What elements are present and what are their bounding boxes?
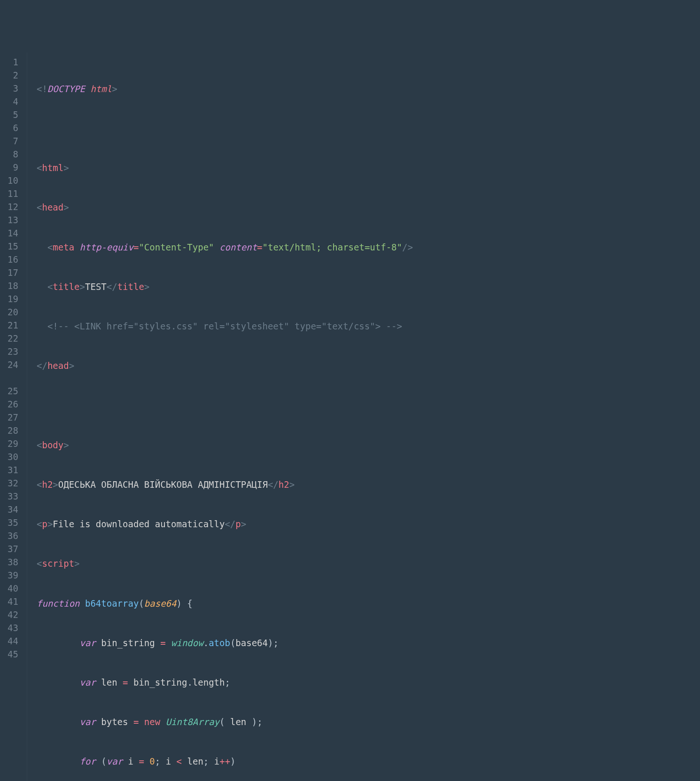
code-line: <head> bbox=[37, 201, 700, 214]
code-line: <!DOCTYPE html> bbox=[37, 82, 700, 95]
line-number: 12 bbox=[5, 200, 18, 213]
line-number: 5 bbox=[5, 108, 18, 121]
line-number: 45 bbox=[5, 648, 18, 661]
code-line bbox=[37, 122, 700, 135]
code-line: var len = bin_string.length; bbox=[37, 676, 700, 689]
code-line: for (var i = 0; i < len; i++) bbox=[37, 755, 700, 768]
line-number: 25 bbox=[5, 384, 18, 398]
code-line: <meta http-equiv="Content-Type" content=… bbox=[37, 241, 700, 254]
code-line: <!-- <LINK href="styles.css" rel="styles… bbox=[37, 320, 700, 333]
line-number: 39 bbox=[5, 569, 18, 582]
code-line: <h2>ОДЕСЬКА ОБЛАСНА ВІЙСЬКОВА АДМІНІСТРА… bbox=[37, 478, 700, 491]
line-number: 44 bbox=[5, 634, 18, 648]
code-content[interactable]: <!DOCTYPE html> <html> <head> <meta http… bbox=[27, 53, 700, 781]
code-line: var bin_string = window.atob(base64); bbox=[37, 636, 700, 649]
line-number: 38 bbox=[5, 555, 18, 569]
line-number: 26 bbox=[5, 398, 18, 411]
line-number: 11 bbox=[5, 187, 18, 200]
line-number: 34 bbox=[5, 503, 18, 516]
line-number: 3 bbox=[5, 82, 18, 95]
code-line: </head> bbox=[37, 359, 700, 372]
line-number: 33 bbox=[5, 490, 18, 503]
line-number: 23 bbox=[5, 345, 18, 358]
line-number: 35 bbox=[5, 516, 18, 529]
line-number: 2 bbox=[5, 69, 18, 82]
line-number: 22 bbox=[5, 332, 18, 345]
line-number: 43 bbox=[5, 621, 18, 634]
code-line: <html> bbox=[37, 161, 700, 174]
line-number: 28 bbox=[5, 424, 18, 437]
line-number: 6 bbox=[5, 121, 18, 134]
code-line: var bytes = new Uint8Array( len ); bbox=[37, 715, 700, 728]
line-number: 13 bbox=[5, 213, 18, 226]
line-number-gutter: 1234567891011121314151617181920212223242… bbox=[0, 53, 27, 781]
code-editor[interactable]: 1234567891011121314151617181920212223242… bbox=[0, 53, 700, 781]
line-number: 7 bbox=[5, 134, 18, 148]
line-number: 40 bbox=[5, 582, 18, 595]
line-number: 21 bbox=[5, 319, 18, 332]
line-number: 8 bbox=[5, 148, 18, 161]
line-number: 37 bbox=[5, 542, 18, 555]
code-line: <title>TEST</title> bbox=[37, 280, 700, 293]
code-line: <body> bbox=[37, 438, 700, 452]
line-number: 19 bbox=[5, 292, 18, 305]
line-number: 29 bbox=[5, 437, 18, 450]
line-number: 24 bbox=[5, 358, 18, 384]
line-number: 4 bbox=[5, 95, 18, 108]
code-line: <script> bbox=[37, 557, 700, 570]
line-number: 15 bbox=[5, 240, 18, 253]
line-number: 31 bbox=[5, 463, 18, 476]
line-number: 18 bbox=[5, 279, 18, 292]
line-number: 27 bbox=[5, 411, 18, 424]
line-number: 1 bbox=[5, 55, 18, 69]
code-line: <p>File is downloaded automatically</p> bbox=[37, 517, 700, 531]
line-number: 20 bbox=[5, 305, 18, 319]
line-number: 32 bbox=[5, 476, 18, 490]
line-number: 9 bbox=[5, 161, 18, 174]
code-line: function b64toarray(base64) { bbox=[37, 597, 700, 610]
line-number: 36 bbox=[5, 529, 18, 542]
code-line bbox=[37, 398, 700, 412]
line-number: 17 bbox=[5, 266, 18, 279]
line-number: 16 bbox=[5, 253, 18, 266]
line-number: 30 bbox=[5, 450, 18, 463]
line-number: 14 bbox=[5, 226, 18, 240]
line-number: 10 bbox=[5, 174, 18, 187]
line-number: 41 bbox=[5, 595, 18, 608]
line-number: 42 bbox=[5, 608, 18, 621]
